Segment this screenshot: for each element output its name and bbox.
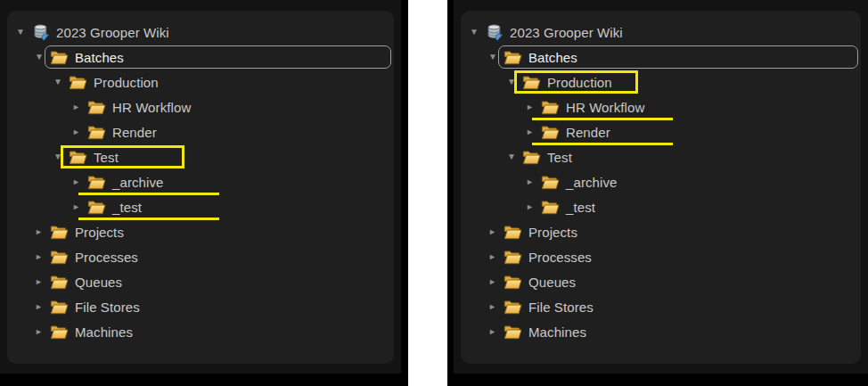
tree-node-queues[interactable]: ► Queues	[461, 269, 861, 294]
folder-icon	[50, 274, 69, 290]
triangle-right-expander-icon[interactable]: ►	[488, 303, 499, 311]
annotation-underline	[532, 118, 673, 120]
tree-node-archive[interactable]: ► _archive	[461, 169, 861, 194]
folder-icon	[50, 49, 69, 65]
folder-icon	[504, 324, 522, 340]
triangle-down-expander-icon[interactable]: ▼	[470, 28, 480, 37]
node-label: Projects	[75, 225, 124, 240]
triangle-down-expander-icon[interactable]: ▼	[488, 53, 499, 62]
folder-icon	[541, 199, 560, 215]
node-label: Batches	[75, 50, 124, 65]
folder-icon	[504, 224, 522, 240]
triangle-right-expander-icon[interactable]: ►	[526, 103, 536, 111]
triangle-down-expander-icon[interactable]: ▼	[53, 78, 64, 86]
triangle-right-expander-icon[interactable]: ►	[72, 178, 83, 186]
folder-icon	[541, 99, 560, 115]
triangle-right-expander-icon[interactable]: ►	[35, 278, 45, 286]
folder-icon	[50, 224, 69, 240]
triangle-right-expander-icon[interactable]: ►	[488, 278, 499, 286]
folder-icon	[87, 99, 106, 115]
triangle-right-expander-icon[interactable]: ►	[526, 128, 536, 136]
folder-icon	[541, 124, 560, 140]
triangle-right-expander-icon[interactable]: ►	[72, 128, 83, 136]
tree-node-projects[interactable]: ► Projects	[461, 219, 861, 244]
annotation-highlight-box	[61, 145, 184, 168]
tree-node-batches[interactable]: ▼ Batches	[7, 45, 394, 70]
tree-node-archive[interactable]: ► _archive	[7, 169, 394, 194]
folder-icon	[541, 174, 560, 190]
node-label: Render	[566, 125, 610, 140]
annotation-underline	[532, 143, 673, 145]
tree-node-hr-workflow[interactable]: ► HR Workflow	[461, 94, 861, 119]
side-by-side-tree-screenshots: ▼ 2023 Grooper Wiki ▼	[0, 0, 868, 386]
triangle-right-expander-icon[interactable]: ►	[35, 328, 45, 336]
folder-icon	[504, 299, 522, 315]
folder-icon	[50, 249, 69, 265]
node-tree-panel: ▼ 2023 Grooper Wiki ▼	[461, 11, 861, 364]
node-label: Render	[112, 125, 157, 140]
folder-icon	[50, 299, 69, 315]
node-label: Queues	[528, 275, 576, 290]
tree-node-test[interactable]: ► _test	[7, 194, 394, 219]
tree-node-test[interactable]: ► _test	[461, 194, 861, 219]
folder-icon	[69, 74, 87, 90]
tree-node-queues[interactable]: ► Queues	[7, 269, 394, 294]
triangle-right-expander-icon[interactable]: ►	[72, 203, 83, 211]
screenshot-gutter	[408, 0, 447, 386]
triangle-right-expander-icon[interactable]: ►	[488, 253, 499, 261]
tree-node-2023-grooper-wiki[interactable]: ▼ 2023 Grooper Wiki	[7, 20, 394, 45]
node-label: _test	[566, 200, 595, 215]
folder-icon	[87, 174, 106, 190]
node-label: _archive	[566, 175, 618, 190]
node-label: Production	[94, 75, 159, 90]
folder-icon	[504, 274, 522, 290]
folder-icon	[504, 49, 522, 65]
tree-node-projects[interactable]: ► Projects	[7, 219, 394, 244]
tree-node-production[interactable]: ▼ Production	[461, 70, 861, 94]
node-label: Processes	[528, 250, 592, 265]
app-window-background: ▼ 2023 Grooper Wiki ▼	[0, 0, 401, 374]
tree-node-render[interactable]: ► Render	[7, 119, 394, 144]
triangle-right-expander-icon[interactable]: ►	[488, 228, 499, 236]
tree-node-test[interactable]: ▼ Test	[7, 144, 394, 169]
tree-node-render[interactable]: ► Render	[461, 119, 861, 144]
tree-node-production[interactable]: ▼ Production	[7, 70, 394, 94]
triangle-right-expander-icon[interactable]: ►	[35, 303, 45, 311]
node-label: Processes	[75, 250, 138, 265]
triangle-right-expander-icon[interactable]: ►	[526, 178, 536, 186]
database-icon	[31, 24, 50, 40]
triangle-right-expander-icon[interactable]: ►	[488, 328, 499, 336]
tree-node-2023-grooper-wiki[interactable]: ▼ 2023 Grooper Wiki	[461, 20, 861, 45]
tree-node-batches[interactable]: ▼ Batches	[461, 45, 861, 70]
tree-node-processes[interactable]: ► Processes	[461, 244, 861, 269]
node-label: Projects	[528, 225, 577, 240]
node-label: Machines	[75, 324, 133, 340]
triangle-down-expander-icon[interactable]: ▼	[35, 53, 45, 62]
node-label: _archive	[112, 175, 164, 190]
tree-node-test[interactable]: ▼ Test	[461, 144, 861, 169]
node-label: _test	[112, 200, 142, 215]
folder-icon	[522, 149, 541, 165]
folder-icon	[504, 249, 522, 265]
folder-icon	[50, 324, 69, 340]
node-label: Batches	[528, 50, 577, 65]
tree-node-machines[interactable]: ► Machines	[461, 319, 861, 344]
node-label: Machines	[528, 324, 586, 340]
triangle-right-expander-icon[interactable]: ►	[72, 103, 83, 111]
node-label: File Stores	[528, 300, 594, 315]
tree-node-file-stores[interactable]: ► File Stores	[461, 294, 861, 319]
tree-node-processes[interactable]: ► Processes	[7, 244, 394, 269]
annotation-highlight-box	[514, 70, 638, 94]
node-label: 2023 Grooper Wiki	[510, 25, 623, 40]
triangle-right-expander-icon[interactable]: ►	[35, 228, 45, 236]
triangle-right-expander-icon[interactable]: ►	[35, 253, 45, 261]
triangle-right-expander-icon[interactable]: ►	[526, 203, 536, 211]
folder-icon	[87, 199, 106, 215]
tree-node-hr-workflow[interactable]: ► HR Workflow	[7, 94, 394, 119]
tree-node-file-stores[interactable]: ► File Stores	[7, 294, 394, 319]
tree-node-machines[interactable]: ► Machines	[7, 319, 394, 344]
triangle-down-expander-icon[interactable]: ▼	[507, 152, 518, 161]
node-label: HR Workflow	[566, 100, 644, 115]
triangle-down-expander-icon[interactable]: ▼	[16, 28, 27, 37]
folder-icon	[87, 124, 106, 140]
